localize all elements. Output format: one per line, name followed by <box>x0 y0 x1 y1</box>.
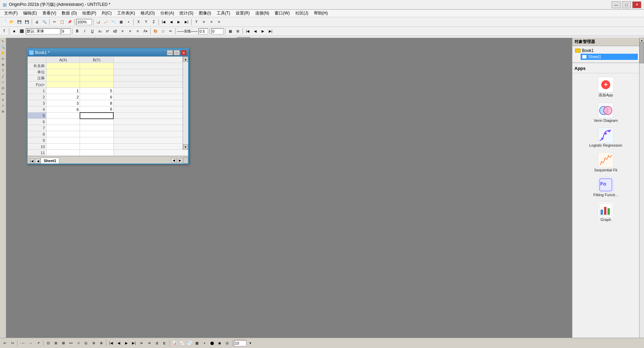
cell-b-6[interactable] <box>80 119 113 125</box>
tb-open[interactable]: 📂 <box>8 19 15 25</box>
cell-a-9[interactable] <box>47 137 80 144</box>
cell-b-2[interactable]: 6 <box>80 94 113 100</box>
tb2-font-color[interactable]: A▾ <box>142 28 149 35</box>
cell-a-4[interactable]: 6 <box>47 106 80 113</box>
menu-analysis[interactable]: 分析(A) <box>157 10 177 17</box>
cell-a-11[interactable] <box>47 150 80 156</box>
status-btn11[interactable]: ⊕ <box>98 340 105 347</box>
tb2-align-center[interactable]: ≡ <box>127 28 134 35</box>
menu-settings[interactable]: 设置(R) <box>233 10 253 17</box>
tb-cut[interactable]: ✂ <box>51 19 58 25</box>
cell-a-8[interactable] <box>47 131 80 137</box>
menu-image[interactable]: 图像(I) <box>196 10 214 17</box>
cell-a-2[interactable]: 2 <box>47 94 80 100</box>
tool-pointer[interactable]: ↖ <box>0 39 6 44</box>
tab-nav-first[interactable]: |◀ <box>29 159 34 164</box>
tb-graph1[interactable]: 📊 <box>95 19 102 25</box>
minimize-button[interactable]: — <box>612 1 621 8</box>
tb-more3[interactable]: ≡ <box>216 19 223 25</box>
tb-yaxis[interactable]: Y <box>193 19 200 25</box>
tb-nav2[interactable]: ◀ <box>168 19 175 25</box>
menu-stats[interactable]: 统计(S) <box>177 10 196 17</box>
tb2-fill[interactable]: 🎨 <box>152 28 159 35</box>
status-dropdown[interactable]: ▾ <box>247 340 254 347</box>
tb-print[interactable]: 🖨 <box>33 19 40 25</box>
tb2-btn2[interactable]: ■ <box>11 28 18 35</box>
tb2-grid1[interactable]: ▦ <box>227 28 234 35</box>
close-button[interactable]: ✕ <box>632 1 641 8</box>
cell-b-5-selected[interactable] <box>80 113 113 119</box>
tb-nav1[interactable]: |◀ <box>160 19 167 25</box>
tb2-nav-left[interactable]: ◀ <box>252 28 259 35</box>
tool-zoom[interactable]: 🔍 <box>0 44 6 50</box>
menu-edit[interactable]: 编辑(E) <box>20 10 40 17</box>
tb-z[interactable]: Z <box>150 19 157 25</box>
value-input[interactable]: 0 <box>211 28 224 34</box>
status-nav6[interactable]: ⊲ <box>146 340 153 347</box>
app-logistic[interactable]: Logistic Regression <box>574 125 638 149</box>
tb2-greek[interactable]: αβ <box>112 28 119 35</box>
status-undo[interactable]: ↩ <box>1 340 8 347</box>
cell-b-9[interactable] <box>80 137 113 144</box>
cell-b-10[interactable] <box>80 144 113 150</box>
status-nav8[interactable]: ⊵ <box>161 340 168 347</box>
maximize-button[interactable]: □ <box>622 1 631 8</box>
status-plot8[interactable]: ◎ <box>224 340 231 347</box>
tb-graph5[interactable]: ▪ <box>125 19 132 25</box>
sheet-tab-sheet1[interactable]: Sheet1 <box>41 158 59 164</box>
cell-b-8[interactable] <box>80 131 113 137</box>
col-header-b[interactable]: B(Y) <box>80 57 113 63</box>
menu-window[interactable]: 窗口(W) <box>272 10 292 17</box>
tool-text[interactable]: T <box>0 68 6 73</box>
tab-nav-scroll-left[interactable]: ◀ <box>171 158 176 163</box>
menu-format[interactable]: 格式(O) <box>138 10 157 17</box>
scroll-down-button[interactable]: ▼ <box>183 144 188 150</box>
tb-save2[interactable]: 💾 <box>23 19 30 25</box>
status-btn9[interactable]: ◎ <box>83 340 90 347</box>
cell-a-unit[interactable] <box>47 69 80 75</box>
rp-scroll-up[interactable]: ▲ <box>640 38 644 43</box>
cell-a-longname[interactable] <box>47 63 80 69</box>
status-plot1[interactable]: 📊 <box>171 340 178 347</box>
tb2-subscript[interactable]: x₂ <box>96 28 103 35</box>
app-venn[interactable]: Venn Diagram <box>574 101 638 125</box>
tool-more1[interactable]: ≡ <box>0 97 6 103</box>
tree-book1[interactable]: Book1 <box>574 48 638 54</box>
tree-sheet1[interactable]: Sheet1 <box>581 54 638 60</box>
status-plot3[interactable]: 📉 <box>186 340 193 347</box>
tb-new[interactable]: 📄 <box>1 19 8 25</box>
tb2-nav-right[interactable]: ▶ <box>259 28 266 35</box>
status-plot5[interactable]: ▪ <box>201 340 208 347</box>
tool-pan[interactable]: ✋ <box>0 50 6 56</box>
tool-data[interactable]: ⊷ <box>0 91 6 97</box>
status-btn6[interactable]: ⊠ <box>60 340 67 347</box>
cell-b-1[interactable]: 5 <box>80 88 113 94</box>
book-close[interactable]: ✕ <box>181 50 187 55</box>
status-btn8[interactable]: ⊹ <box>75 340 82 347</box>
font-size-input[interactable]: 9 <box>61 28 71 34</box>
status-btn10[interactable]: ⊛ <box>90 340 97 347</box>
tb2-border[interactable]: □ <box>160 28 166 35</box>
menu-help[interactable]: 帮助(H) <box>311 10 331 17</box>
cell-b-3[interactable]: 8 <box>80 100 113 106</box>
font-name-input[interactable]: 默认: 宋体 <box>26 28 60 34</box>
line-width-input[interactable]: 0.5 <box>198 28 208 34</box>
menu-community[interactable]: 社区(J) <box>293 10 311 17</box>
cell-a-fx[interactable] <box>47 82 80 88</box>
status-nav2[interactable]: ◀ <box>115 340 122 347</box>
tool-more3[interactable]: ⊛ <box>0 109 6 114</box>
tb-graph3[interactable]: 📉 <box>110 19 117 25</box>
book-maximize[interactable]: □ <box>174 50 180 55</box>
tb-y[interactable]: Y <box>143 19 150 25</box>
status-plot7[interactable]: ◉ <box>216 340 223 347</box>
scroll-up-button[interactable]: ▲ <box>183 56 188 62</box>
tb2-btn1[interactable]: T <box>1 28 8 35</box>
status-nav7[interactable]: ⊴ <box>153 340 160 347</box>
status-plot4[interactable]: ▦ <box>194 340 201 347</box>
app-seqfit[interactable]: Sequential Fit <box>574 150 638 174</box>
cell-b-longname[interactable] <box>80 63 113 69</box>
tb-graph2[interactable]: 📈 <box>102 19 109 25</box>
italic-button[interactable]: I <box>81 28 88 35</box>
status-nav5[interactable]: ⊳ <box>138 340 145 347</box>
menu-tools[interactable]: 工具(T) <box>214 10 233 17</box>
